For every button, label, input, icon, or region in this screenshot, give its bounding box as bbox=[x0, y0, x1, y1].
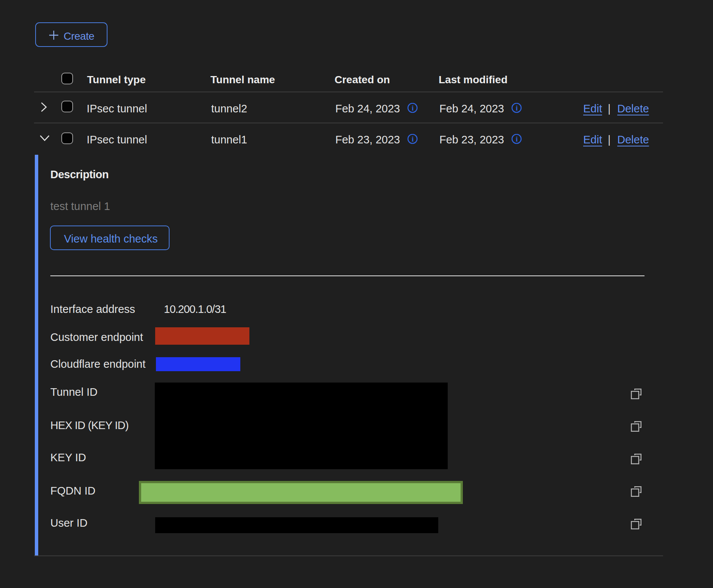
svg-text:i: i bbox=[516, 135, 518, 143]
svg-text:i: i bbox=[412, 104, 414, 112]
svg-text:i: i bbox=[412, 135, 414, 143]
svg-text:i: i bbox=[516, 104, 518, 112]
